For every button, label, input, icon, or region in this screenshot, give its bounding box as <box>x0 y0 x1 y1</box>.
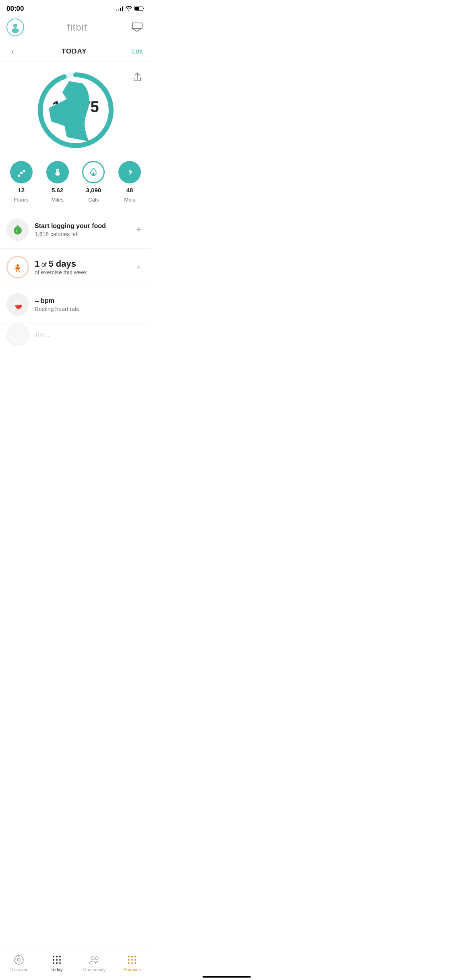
wifi-icon <box>125 5 132 12</box>
svg-rect-6 <box>18 175 20 177</box>
partial-list-item: Tim... <box>0 323 151 346</box>
floors-icon-circle <box>10 161 33 183</box>
app-header: fitbit <box>0 15 151 41</box>
avatar[interactable] <box>6 19 24 36</box>
heartrate-subtitle: Resting heart rate <box>35 306 145 312</box>
exercise-subtitle: of exercise this week <box>35 269 127 276</box>
stats-row: 12 Floors 5.62 Miles 3,090 Cals <box>0 154 151 211</box>
signal-icon <box>116 6 123 11</box>
exercise-add-button[interactable]: + <box>133 260 145 274</box>
back-button[interactable]: ‹ <box>8 45 17 58</box>
steps-section: 10,775 Steps <box>0 62 151 154</box>
status-time: 00:00 <box>6 5 24 13</box>
svg-point-9 <box>57 170 58 171</box>
food-add-button[interactable]: + <box>133 223 145 237</box>
food-title: Start logging your food <box>35 222 127 230</box>
status-icons <box>116 5 145 12</box>
status-bar: 00:00 <box>0 0 151 15</box>
inbox-button[interactable] <box>130 20 145 35</box>
svg-rect-8 <box>23 170 25 172</box>
heartrate-icon-circle <box>6 293 29 316</box>
cals-unit: Cals <box>88 197 99 203</box>
exercise-text: 1 of 5 days of exercise this week <box>35 259 127 276</box>
stat-cals[interactable]: 3,090 Cals <box>79 161 108 203</box>
miles-icon-circle <box>46 161 69 183</box>
heartrate-list-item[interactable]: -- bpm Resting heart rate <box>0 286 151 323</box>
heartrate-text: -- bpm Resting heart rate <box>35 297 145 312</box>
mins-unit: Mins <box>124 197 135 203</box>
floors-value: 12 <box>18 187 25 194</box>
stat-miles[interactable]: 5.62 Miles <box>43 161 72 203</box>
stat-floors[interactable]: 12 Floors <box>7 161 35 203</box>
svg-point-12 <box>16 230 17 232</box>
edit-button[interactable]: Edit <box>131 47 143 56</box>
nav-bar: ‹ TODAY Edit <box>0 41 151 62</box>
partial-icon <box>6 323 29 346</box>
food-list-item[interactable]: Start logging your food 1,618 calories l… <box>0 211 151 249</box>
svg-rect-11 <box>17 226 18 228</box>
svg-point-13 <box>17 264 19 267</box>
cals-value: 3,090 <box>86 187 101 194</box>
svg-point-2 <box>13 24 17 28</box>
page-title: TODAY <box>62 47 87 56</box>
svg-rect-7 <box>20 172 23 174</box>
mins-value: 48 <box>126 187 133 194</box>
heartrate-title: -- bpm <box>35 297 145 305</box>
svg-point-3 <box>12 28 19 33</box>
svg-rect-1 <box>135 7 139 10</box>
miles-value: 5.62 <box>52 187 63 194</box>
battery-icon <box>134 5 145 12</box>
stat-mins[interactable]: 48 Mins <box>116 161 144 203</box>
steps-content: 10,775 Steps <box>52 97 99 124</box>
floors-unit: Floors <box>14 197 29 203</box>
miles-unit: Miles <box>51 197 63 203</box>
exercise-title: 1 of 5 days <box>35 259 127 269</box>
food-icon-circle <box>6 218 29 241</box>
food-subtitle: 1,618 calories left <box>35 231 127 237</box>
food-text: Start logging your food 1,618 calories l… <box>35 222 127 237</box>
partial-text: Tim... <box>35 331 50 338</box>
exercise-icon-circle <box>6 256 29 278</box>
scroll-content: 10,775 Steps 12 Floors <box>0 62 151 382</box>
cals-icon-circle <box>82 161 105 183</box>
exercise-list-item[interactable]: 1 of 5 days of exercise this week + <box>0 249 151 286</box>
share-button[interactable] <box>130 70 145 84</box>
mins-icon-circle <box>118 161 141 183</box>
steps-ring: 10,775 Steps <box>35 70 116 150</box>
app-title: fitbit <box>67 22 87 33</box>
